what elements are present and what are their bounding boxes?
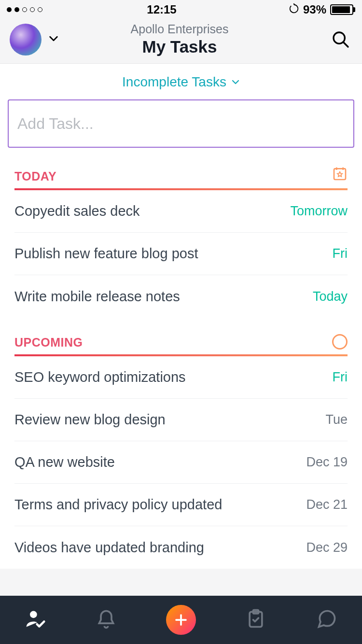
svg-line-1 [343,42,348,47]
add-task-placeholder: Add Task... [17,115,94,133]
task-due: Today [313,289,348,304]
plus-icon [174,613,188,627]
task-row[interactable]: Videos have updated branding Dec 29 [14,526,348,569]
task-row[interactable]: Copyedit sales deck Tomorrow [14,190,348,233]
filter-label: Incomplete Tasks [122,74,226,90]
chevron-down-icon [231,78,240,86]
tab-conversations[interactable] [316,608,337,631]
chat-icon [316,608,337,630]
task-row[interactable]: Review new blog design Tue [14,399,348,441]
circle-icon [332,334,348,350]
svg-rect-2 [334,168,346,180]
task-title: Terms and privacy policy updated [14,497,222,513]
svg-point-3 [30,611,37,618]
task-due: Tomorrow [290,204,348,219]
task-due: Tue [325,412,348,427]
task-row[interactable]: Terms and privacy policy updated Dec 21 [14,484,348,526]
task-title: Publish new feature blog post [14,246,198,262]
search-button[interactable] [329,28,352,51]
section-title: TODAY [14,169,56,183]
status-signal [7,7,65,12]
rotation-lock-icon [289,3,299,16]
task-row[interactable]: SEO keyword optimizations Fri [14,356,348,399]
tab-my-tasks[interactable] [25,608,46,631]
battery-icon [330,4,355,15]
task-title: Videos have updated branding [14,540,204,556]
search-icon [331,30,350,49]
tab-inbox[interactable] [96,608,117,631]
section-title: UPCOMING [14,336,83,350]
task-row[interactable]: QA new website Dec 19 [14,441,348,484]
task-due: Dec 29 [306,540,348,555]
status-battery-pct: 93% [303,3,326,16]
main-content: Incomplete Tasks Add Task... TODAY Copye… [0,64,362,569]
tab-bar [0,596,362,644]
status-bar: 12:15 93% [0,0,362,19]
tab-projects[interactable] [245,608,266,631]
task-title: QA new website [14,454,115,470]
section-header-upcoming[interactable]: UPCOMING [0,318,362,354]
task-due: Fri [333,246,348,261]
task-row[interactable]: Write mobile release notes Today [14,275,348,318]
star-calendar-icon [332,166,348,183]
task-list-today: Copyedit sales deck Tomorrow Publish new… [0,190,362,318]
add-button[interactable] [166,605,196,635]
task-due: Dec 19 [306,455,348,470]
task-title: Copyedit sales deck [14,203,140,219]
task-due: Dec 21 [306,497,348,512]
task-title: SEO keyword optimizations [14,369,186,385]
task-list-upcoming: SEO keyword optimizations Fri Review new… [0,356,362,569]
clipboard-check-icon [245,608,266,630]
bell-icon [96,608,117,630]
org-name: Apollo Enterprises [30,22,329,36]
task-title: Write mobile release notes [14,289,180,305]
page-title: My Tasks [30,37,329,56]
app-header: Apollo Enterprises My Tasks [0,19,362,64]
person-check-icon [25,608,46,630]
task-row[interactable]: Publish new feature blog post Fri [14,233,348,275]
section-header-today[interactable]: TODAY [0,161,362,188]
add-task-input[interactable]: Add Task... [8,99,354,148]
status-time: 12:15 [65,3,259,16]
task-due: Fri [333,370,348,385]
filter-dropdown[interactable]: Incomplete Tasks [0,64,362,99]
task-title: Review new blog design [14,412,166,428]
